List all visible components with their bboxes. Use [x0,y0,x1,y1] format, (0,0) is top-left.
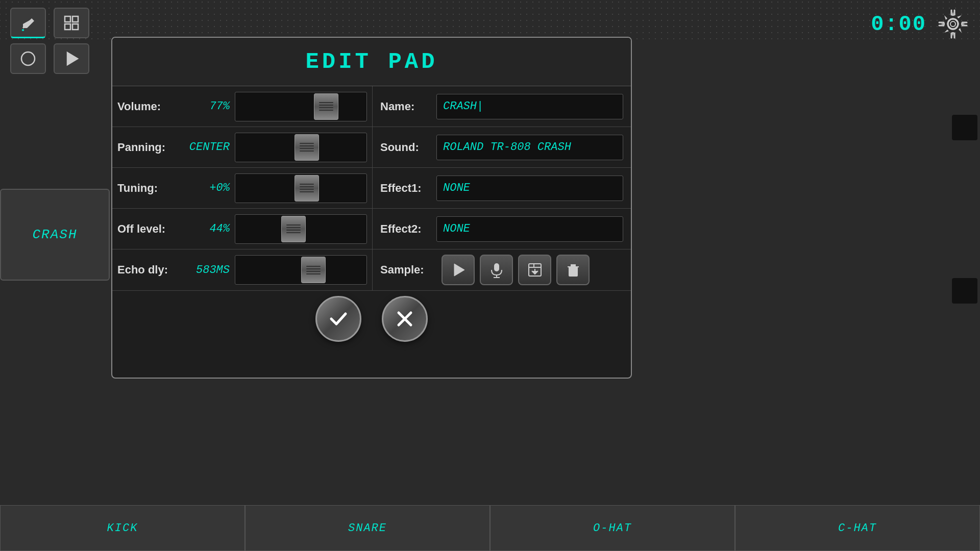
kick-pad[interactable]: KICK [0,505,245,551]
pencil-tool-button[interactable] [10,8,46,38]
svg-point-7 [21,52,35,65]
echodly-section: Echo dly: 583MS [112,249,373,290]
svg-point-11 [950,21,955,27]
panning-slider[interactable] [235,133,367,162]
svg-rect-3 [65,16,70,22]
snare-pad-label: SNARE [348,522,387,535]
volume-slider[interactable] [235,92,367,121]
svg-rect-5 [65,24,70,30]
panning-thumb[interactable] [295,134,319,161]
echodly-slider[interactable] [235,255,367,285]
echodly-sample-row: Echo dly: 583MS [112,249,631,290]
tuning-section: Tuning: +0% [112,168,373,208]
sample-section: Sample: [373,249,631,290]
modal-header: EDIT PAD [112,38,631,86]
name-label: Name: [380,100,436,113]
sound-field[interactable]: ROLAND TR-808 CRASH [436,135,623,160]
chat-pad[interactable]: C-HAT [735,505,980,551]
record-sample-button[interactable] [480,255,513,285]
effect1-field[interactable]: NONE [436,176,623,201]
confirm-button[interactable] [315,296,361,342]
grid-tool-button[interactable] [54,8,89,38]
panning-section: Panning: CENTER [112,127,373,167]
modal-body: Volume: 77% [112,86,631,290]
offlevel-effect2-row: Off level: 44% [112,209,631,249]
volume-thumb[interactable] [314,93,338,120]
name-section: Name: CRASH| [373,86,631,127]
svg-rect-4 [72,16,78,22]
offlevel-thumb[interactable] [281,216,306,242]
volume-label: Volume: [117,100,184,113]
delete-sample-button[interactable] [556,255,590,285]
right-pad-bottom [952,278,977,304]
svg-marker-1 [23,19,34,28]
time-display: 0:00 [871,12,926,37]
tuning-value: +0% [184,182,230,194]
toolbar [10,8,89,74]
svg-rect-13 [494,263,499,271]
snare-pad[interactable]: SNARE [245,505,490,551]
echodly-value: 583MS [184,264,230,277]
sample-buttons [442,255,590,285]
tuning-effect1-row: Tuning: +0% [112,168,631,209]
volume-section: Volume: 77% [112,86,373,127]
kick-pad-label: KICK [107,522,138,535]
edit-pad-dialog: EDIT PAD Volume: 77% [111,37,632,379]
right-pad-top [952,115,977,140]
modal-title: EDIT PAD [305,49,437,74]
volume-name-row: Volume: 77% [112,86,631,127]
cancel-button[interactable] [382,296,428,342]
circle-tool-button[interactable] [10,43,46,74]
effect1-label: Effect1: [380,182,436,195]
effect2-section: Effect2: NONE [373,209,631,249]
bottom-pads: KICK SNARE O-HAT C-HAT [0,505,980,551]
sound-section: Sound: ROLAND TR-808 CRASH [373,127,631,167]
tuning-label: Tuning: [117,182,184,195]
sound-value: ROLAND TR-808 CRASH [443,141,571,154]
sample-label: Sample: [380,263,436,277]
volume-value: 77% [184,100,230,113]
panning-value: CENTER [184,141,230,154]
echodly-label: Echo dly: [117,263,184,277]
cursor: | [477,100,483,113]
chat-pad-label: C-HAT [838,522,877,535]
sound-label: Sound: [380,141,436,154]
panning-sound-row: Panning: CENTER [112,127,631,168]
svg-marker-12 [454,264,464,276]
top-right-controls: 0:00 [871,8,970,41]
effect1-value: NONE [443,182,470,194]
offlevel-slider[interactable] [235,214,367,244]
effect1-section: Effect1: NONE [373,168,631,208]
crash-pad[interactable]: CRASH [0,189,110,281]
offlevel-label: Off level: [117,222,184,236]
play-sample-button[interactable] [442,255,475,285]
tuning-thumb[interactable] [295,175,319,202]
tuning-slider[interactable] [235,173,367,203]
echodly-thumb[interactable] [301,257,326,283]
svg-marker-8 [67,53,78,65]
play-tool-button[interactable] [54,43,89,74]
panning-label: Panning: [117,141,184,154]
import-sample-button[interactable] [518,255,551,285]
svg-rect-6 [72,24,78,30]
name-field[interactable]: CRASH| [436,94,623,119]
offlevel-value: 44% [184,222,230,235]
name-value: CRASH [443,100,477,113]
effect2-value: NONE [443,222,470,235]
offlevel-section: Off level: 44% [112,209,373,249]
effect2-field[interactable]: NONE [436,216,623,242]
effect2-label: Effect2: [380,222,436,236]
ohat-pad[interactable]: O-HAT [490,505,735,551]
ohat-pad-label: O-HAT [593,522,632,535]
crash-pad-label: CRASH [32,227,77,242]
svg-point-10 [948,19,958,29]
background-dots [0,0,980,41]
settings-button[interactable] [937,8,970,41]
modal-footer [112,290,631,346]
